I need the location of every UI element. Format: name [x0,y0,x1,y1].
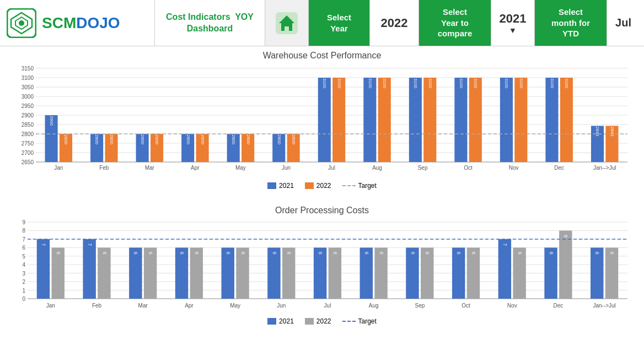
svg-text:2800: 2800 [140,134,145,144]
legend-label2-target: Target [358,317,377,325]
svg-rect-146 [314,247,326,299]
svg-text:3100: 3100 [322,78,327,88]
svg-rect-71 [423,78,436,162]
svg-text:6: 6 [549,252,554,255]
svg-rect-158 [421,247,433,299]
chart1-svg: 2650270027502800285029002950300030503100… [11,63,633,179]
legend-dashed2-target [342,321,356,322]
svg-text:6: 6 [517,252,523,255]
svg-text:6: 6 [594,252,600,255]
svg-rect-59 [318,78,331,162]
chart1-title: Warehouse Cost Performance [11,51,633,61]
svg-text:Nov: Nov [507,303,517,309]
svg-text:6: 6 [56,252,61,255]
svg-text:8: 8 [22,228,25,234]
dashboard-title: Cost Indicators YOYDashboard [166,12,254,35]
svg-text:Jan: Jan [54,165,63,171]
svg-text:2800: 2800 [291,134,296,144]
svg-rect-81 [514,78,527,162]
year1-value-section[interactable]: 2022 [369,0,419,46]
svg-text:2843: 2843 [595,126,600,136]
svg-text:2800: 2800 [109,134,114,144]
svg-text:3: 3 [22,271,25,277]
svg-text:6: 6 [194,252,200,255]
chart1-legend: 2021 2022 Target [11,182,633,190]
svg-text:3000: 3000 [22,94,34,100]
select-year-label: SelectYear [327,12,351,34]
svg-text:Dec: Dec [554,303,564,309]
year2-section[interactable]: 2021 ▼ [491,0,535,46]
svg-text:Jan-->Jul: Jan-->Jul [593,303,615,309]
svg-text:7: 7 [87,243,93,246]
svg-text:Apr: Apr [185,303,194,309]
chart2-svg: 012345678976Jan76Feb66Mar66Apr66May66Jun… [11,218,633,314]
logo-scm: SCM [42,14,76,31]
svg-rect-126 [129,247,142,299]
svg-rect-171 [544,247,557,299]
svg-rect-138 [236,247,249,299]
svg-rect-143 [282,247,295,299]
svg-text:Jan: Jan [46,303,55,309]
svg-rect-64 [363,78,376,162]
svg-rect-69 [409,78,422,162]
svg-text:6: 6 [133,252,138,255]
svg-text:Mar: Mar [138,303,148,309]
svg-rect-121 [83,239,95,299]
svg-text:6: 6 [226,252,231,255]
svg-rect-86 [560,78,573,162]
logo-text: SCMDOJO [42,14,120,32]
svg-text:6: 6 [471,252,476,255]
svg-text:6: 6 [379,252,384,255]
svg-text:2800: 2800 [186,134,191,144]
svg-text:6: 6 [240,252,246,255]
svg-text:0: 0 [22,296,25,302]
svg-text:6: 6 [102,252,108,255]
svg-rect-131 [175,247,188,299]
legend-box2-2021 [267,318,276,325]
dropdown-arrow-icon: ▼ [509,26,517,35]
svg-text:2850: 2850 [22,122,34,128]
chart1-container: Warehouse Cost Performance 2650270027502… [0,46,644,201]
svg-text:3100: 3100 [413,78,418,88]
svg-text:2800: 2800 [22,131,34,137]
svg-text:7: 7 [502,243,508,246]
svg-text:4: 4 [22,262,25,268]
svg-text:Jan-->Jul: Jan-->Jul [593,165,616,171]
svg-text:6: 6 [179,252,185,255]
home-button[interactable] [265,0,309,46]
svg-text:May: May [235,165,246,171]
svg-text:Apr: Apr [191,165,200,171]
svg-text:3100: 3100 [519,78,524,88]
svg-text:2900: 2900 [49,116,54,126]
svg-text:Dec: Dec [554,165,564,171]
svg-text:Feb: Feb [92,303,102,309]
svg-rect-161 [452,247,465,299]
svg-text:3100: 3100 [337,78,342,88]
svg-text:6: 6 [272,252,277,255]
logo-area: SCMDOJO [0,0,154,46]
svg-text:8: 8 [563,235,568,238]
svg-text:6: 6 [425,252,430,255]
svg-text:2800: 2800 [154,134,159,144]
svg-rect-84 [545,78,558,162]
legend-label2-2021: 2021 [279,317,294,325]
legend-label-target: Target [358,182,377,190]
svg-text:Jun: Jun [277,303,286,309]
svg-text:2800: 2800 [94,134,99,144]
svg-point-3 [19,20,24,26]
svg-text:3100: 3100 [564,78,569,88]
svg-text:Aug: Aug [369,303,379,309]
svg-rect-151 [360,247,373,299]
legend-box-2021 [267,182,276,189]
header: SCMDOJO Cost Indicators YOYDashboard Sel… [0,0,644,46]
month-value: Jul [615,17,631,29]
svg-text:3100: 3100 [473,78,478,88]
svg-text:7: 7 [41,243,46,246]
year1-value: 2022 [381,16,408,30]
chart2-legend-2022: 2022 [305,317,331,325]
legend-label-2021: 2021 [279,182,294,190]
svg-text:Nov: Nov [509,165,519,171]
chart1-legend-2022: 2022 [305,182,331,190]
select-month-section: Selectmonth forYTD [535,0,607,46]
month-value-section[interactable]: Jul [607,0,640,46]
